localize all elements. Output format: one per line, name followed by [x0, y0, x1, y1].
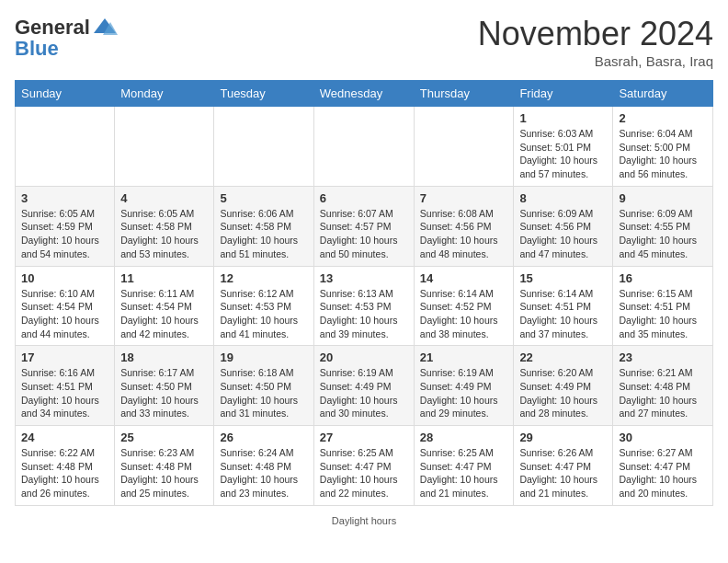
calendar-header-cell: Thursday: [414, 81, 514, 107]
day-number: 28: [420, 431, 508, 444]
calendar-header-cell: Sunday: [16, 81, 115, 107]
calendar-cell: [313, 107, 414, 187]
calendar-week-row: 17Sunrise: 6:16 AM Sunset: 4:51 PM Dayli…: [16, 346, 713, 426]
day-info: Sunrise: 6:14 AM Sunset: 4:52 PM Dayligh…: [420, 287, 508, 341]
calendar-cell: 7Sunrise: 6:08 AM Sunset: 4:56 PM Daylig…: [414, 186, 514, 266]
calendar-cell: 26Sunrise: 6:24 AM Sunset: 4:48 PM Dayli…: [214, 426, 313, 506]
day-number: 20: [320, 350, 408, 364]
day-number: 13: [320, 271, 408, 285]
day-number: 15: [519, 271, 607, 285]
day-number: 16: [619, 271, 707, 285]
day-info: Sunrise: 6:09 AM Sunset: 4:56 PM Dayligh…: [519, 207, 607, 261]
calendar-cell: 24Sunrise: 6:22 AM Sunset: 4:48 PM Dayli…: [16, 426, 115, 506]
calendar-cell: 21Sunrise: 6:19 AM Sunset: 4:49 PM Dayli…: [414, 346, 514, 426]
calendar-cell: 9Sunrise: 6:09 AM Sunset: 4:55 PM Daylig…: [613, 186, 713, 266]
calendar-cell: 15Sunrise: 6:14 AM Sunset: 4:51 PM Dayli…: [514, 266, 613, 346]
calendar-cell: 10Sunrise: 6:10 AM Sunset: 4:54 PM Dayli…: [16, 266, 115, 346]
calendar-cell: 27Sunrise: 6:25 AM Sunset: 4:47 PM Dayli…: [313, 426, 414, 506]
calendar-cell: [115, 107, 214, 187]
day-number: 3: [21, 191, 108, 205]
calendar-cell: 16Sunrise: 6:15 AM Sunset: 4:51 PM Dayli…: [613, 266, 713, 346]
day-number: 8: [519, 191, 607, 205]
day-number: 6: [320, 191, 408, 205]
day-number: 4: [120, 191, 208, 205]
day-number: 5: [220, 191, 307, 205]
day-info: Sunrise: 6:14 AM Sunset: 4:51 PM Dayligh…: [519, 287, 607, 341]
calendar-cell: 18Sunrise: 6:17 AM Sunset: 4:50 PM Dayli…: [115, 346, 214, 426]
calendar-week-row: 3Sunrise: 6:05 AM Sunset: 4:59 PM Daylig…: [16, 186, 713, 266]
day-number: 19: [220, 350, 307, 364]
day-info: Sunrise: 6:17 AM Sunset: 4:50 PM Dayligh…: [120, 366, 208, 420]
day-info: Sunrise: 6:26 AM Sunset: 4:47 PM Dayligh…: [519, 446, 607, 500]
day-info: Sunrise: 6:21 AM Sunset: 4:48 PM Dayligh…: [619, 366, 707, 420]
day-info: Sunrise: 6:27 AM Sunset: 4:47 PM Dayligh…: [619, 446, 707, 500]
calendar-header-row: SundayMondayTuesdayWednesdayThursdayFrid…: [16, 81, 713, 107]
day-number: 12: [220, 271, 307, 285]
month-title: November 2024: [478, 15, 713, 53]
day-info: Sunrise: 6:05 AM Sunset: 4:58 PM Dayligh…: [120, 207, 208, 261]
calendar-cell: 19Sunrise: 6:18 AM Sunset: 4:50 PM Dayli…: [214, 346, 313, 426]
day-info: Sunrise: 6:25 AM Sunset: 4:47 PM Dayligh…: [420, 446, 508, 500]
location-subtitle: Basrah, Basra, Iraq: [478, 53, 713, 69]
day-info: Sunrise: 6:25 AM Sunset: 4:47 PM Dayligh…: [320, 446, 408, 500]
calendar-cell: [214, 107, 313, 187]
calendar-cell: 8Sunrise: 6:09 AM Sunset: 4:56 PM Daylig…: [514, 186, 613, 266]
day-info: Sunrise: 6:06 AM Sunset: 4:58 PM Dayligh…: [220, 207, 307, 261]
day-number: 30: [619, 431, 707, 444]
calendar-cell: 29Sunrise: 6:26 AM Sunset: 4:47 PM Dayli…: [514, 426, 613, 506]
day-info: Sunrise: 6:05 AM Sunset: 4:59 PM Dayligh…: [21, 207, 108, 261]
calendar-cell: 30Sunrise: 6:27 AM Sunset: 4:47 PM Dayli…: [613, 426, 713, 506]
calendar-cell: 13Sunrise: 6:13 AM Sunset: 4:53 PM Dayli…: [313, 266, 414, 346]
calendar-cell: 11Sunrise: 6:11 AM Sunset: 4:54 PM Dayli…: [115, 266, 214, 346]
header: General Blue November 2024 Basrah, Basra…: [15, 15, 713, 69]
day-number: 1: [519, 111, 607, 125]
calendar-header-cell: Monday: [115, 81, 214, 107]
calendar-cell: 14Sunrise: 6:14 AM Sunset: 4:52 PM Dayli…: [414, 266, 514, 346]
day-number: 24: [21, 431, 108, 444]
day-info: Sunrise: 6:19 AM Sunset: 4:49 PM Dayligh…: [420, 366, 508, 420]
logo: General Blue: [15, 15, 118, 61]
day-info: Sunrise: 6:22 AM Sunset: 4:48 PM Dayligh…: [21, 446, 108, 500]
calendar-cell: 25Sunrise: 6:23 AM Sunset: 4:48 PM Dayli…: [115, 426, 214, 506]
calendar-cell: 23Sunrise: 6:21 AM Sunset: 4:48 PM Dayli…: [613, 346, 713, 426]
day-number: 7: [420, 191, 508, 205]
calendar-header-cell: Friday: [514, 81, 613, 107]
calendar-header-cell: Wednesday: [313, 81, 414, 107]
calendar-cell: 2Sunrise: 6:04 AM Sunset: 5:00 PM Daylig…: [613, 107, 713, 187]
day-info: Sunrise: 6:19 AM Sunset: 4:49 PM Dayligh…: [320, 366, 408, 420]
day-info: Sunrise: 6:04 AM Sunset: 5:00 PM Dayligh…: [619, 127, 707, 181]
footer-note: Daylight hours: [15, 515, 713, 526]
calendar-cell: 4Sunrise: 6:05 AM Sunset: 4:58 PM Daylig…: [115, 186, 214, 266]
calendar-week-row: 24Sunrise: 6:22 AM Sunset: 4:48 PM Dayli…: [16, 426, 713, 506]
day-number: 22: [519, 350, 607, 364]
calendar-table: SundayMondayTuesdayWednesdayThursdayFrid…: [15, 80, 713, 506]
calendar-cell: 20Sunrise: 6:19 AM Sunset: 4:49 PM Dayli…: [313, 346, 414, 426]
day-number: 18: [120, 350, 208, 364]
day-number: 17: [21, 350, 108, 364]
day-info: Sunrise: 6:16 AM Sunset: 4:51 PM Dayligh…: [21, 366, 108, 420]
day-info: Sunrise: 6:09 AM Sunset: 4:55 PM Dayligh…: [619, 207, 707, 261]
day-info: Sunrise: 6:20 AM Sunset: 4:49 PM Dayligh…: [519, 366, 607, 420]
day-number: 2: [619, 111, 707, 125]
day-number: 11: [120, 271, 208, 285]
calendar-cell: 22Sunrise: 6:20 AM Sunset: 4:49 PM Dayli…: [514, 346, 613, 426]
day-info: Sunrise: 6:15 AM Sunset: 4:51 PM Dayligh…: [619, 287, 707, 341]
day-info: Sunrise: 6:07 AM Sunset: 4:57 PM Dayligh…: [320, 207, 408, 261]
day-number: 9: [619, 191, 707, 205]
calendar-cell: 1Sunrise: 6:03 AM Sunset: 5:01 PM Daylig…: [514, 107, 613, 187]
day-number: 25: [120, 431, 208, 444]
calendar-cell: 5Sunrise: 6:06 AM Sunset: 4:58 PM Daylig…: [214, 186, 313, 266]
title-area: November 2024 Basrah, Basra, Iraq: [478, 15, 713, 69]
calendar-week-row: 1Sunrise: 6:03 AM Sunset: 5:01 PM Daylig…: [16, 107, 713, 187]
day-info: Sunrise: 6:12 AM Sunset: 4:53 PM Dayligh…: [220, 287, 307, 341]
day-info: Sunrise: 6:23 AM Sunset: 4:48 PM Dayligh…: [120, 446, 208, 500]
day-number: 29: [519, 431, 607, 444]
calendar-cell: 6Sunrise: 6:07 AM Sunset: 4:57 PM Daylig…: [313, 186, 414, 266]
day-info: Sunrise: 6:13 AM Sunset: 4:53 PM Dayligh…: [320, 287, 408, 341]
day-number: 21: [420, 350, 508, 364]
daylight-hours-label: Daylight hours: [332, 515, 396, 526]
calendar-cell: 28Sunrise: 6:25 AM Sunset: 4:47 PM Dayli…: [414, 426, 514, 506]
day-info: Sunrise: 6:03 AM Sunset: 5:01 PM Dayligh…: [519, 127, 607, 181]
logo-blue: Blue: [15, 37, 59, 61]
calendar-cell: 12Sunrise: 6:12 AM Sunset: 4:53 PM Dayli…: [214, 266, 313, 346]
